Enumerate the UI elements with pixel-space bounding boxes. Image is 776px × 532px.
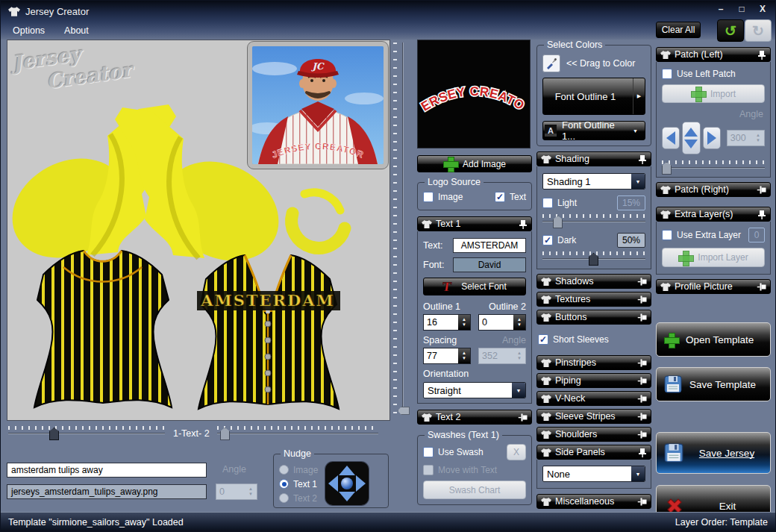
orientation-dropdown[interactable]: Straight ▼: [423, 382, 526, 398]
side-panels-dropdown[interactable]: None ▼: [542, 466, 645, 482]
zoom-slider-thumb[interactable]: [398, 407, 410, 415]
dropdown-arrow-icon: ▼: [631, 174, 645, 189]
nudge-dpad[interactable]: [325, 462, 369, 505]
save-jersey-button[interactable]: Save Jersey: [656, 432, 771, 474]
pin-icon[interactable]: [757, 50, 766, 60]
pin-icon[interactable]: [757, 185, 767, 194]
shirt-icon: [541, 394, 551, 404]
nudge-left-icon[interactable]: [328, 475, 338, 492]
panel-header-piping[interactable]: Piping: [536, 373, 651, 388]
pin-icon[interactable]: [638, 277, 648, 286]
font-icon: T: [442, 281, 456, 292]
text-position-slider[interactable]: [217, 426, 378, 434]
dark-slider[interactable]: [542, 251, 645, 260]
pin-icon[interactable]: [638, 448, 647, 457]
pin-icon[interactable]: [638, 394, 648, 403]
use-extra-layer-checkbox[interactable]: ✓Use Extra Layer: [662, 230, 741, 240]
panel-header-miscellaneous[interactable]: Miscellaneous: [536, 494, 651, 509]
image-position-slider[interactable]: [8, 426, 165, 434]
eyedropper-button[interactable]: [542, 54, 560, 72]
jersey-filename-input[interactable]: jerseys_amsterdam_tulips_away.png: [7, 484, 207, 499]
color-target-dropdown[interactable]: A Font Outline 1... ▼: [542, 121, 645, 140]
pin-icon[interactable]: [638, 358, 648, 367]
pin-icon[interactable]: [638, 295, 648, 304]
outline1-spinner[interactable]: 16 ▲▼: [423, 314, 471, 331]
light-percent: 15%: [617, 195, 645, 210]
patch-updown-buttons[interactable]: [682, 122, 701, 154]
panel-header-sleeve-stripes[interactable]: Sleeve Stripes: [536, 409, 651, 424]
nudge-center-icon[interactable]: [341, 478, 353, 489]
nudge-text2-radio: Text 2: [279, 493, 318, 504]
open-template-button[interactable]: Open Template: [656, 322, 771, 357]
pin-icon[interactable]: [757, 282, 767, 291]
light-checkbox[interactable]: ✓Light: [542, 198, 577, 208]
drag-to-color-hint: << Drag to Color: [566, 58, 635, 69]
pin-icon[interactable]: [519, 219, 528, 229]
patch-size-slider[interactable]: [662, 160, 765, 169]
pin-icon[interactable]: [519, 413, 528, 422]
nudge-down-icon[interactable]: [339, 492, 355, 501]
shading-preset-dropdown[interactable]: Shading 1 ▼: [542, 173, 645, 190]
app-window: Jersey Creator – □ X Options About Clear…: [0, 0, 776, 532]
panel-header-extra-layers[interactable]: Extra Layer(s): [656, 207, 771, 222]
panel-header-profile-picture[interactable]: Profile Picture: [656, 279, 771, 294]
design-canvas[interactable]: AMSTERDAM Jersey Creator: [7, 40, 390, 421]
text1-input[interactable]: AMSTERDAM: [453, 238, 526, 253]
dark-checkbox[interactable]: ✓Dark: [542, 235, 576, 245]
color-a-icon: A: [545, 125, 557, 137]
nudge-text1-radio[interactable]: Text 1: [279, 479, 318, 489]
menu-options[interactable]: Options: [13, 25, 45, 36]
dropdown-arrow-icon: ▼: [512, 383, 525, 398]
shirt-icon: [660, 185, 671, 195]
panel-header-v-neck[interactable]: V-Neck: [536, 391, 651, 406]
nudge-right-icon[interactable]: [356, 475, 366, 492]
use-swash-checkbox[interactable]: ✓Use Swash: [423, 447, 484, 457]
panel-header-side-panels[interactable]: Side Panels: [536, 445, 651, 460]
dropdown-arrow-icon: ▼: [633, 128, 643, 134]
panel-header-pinstripes[interactable]: Pinstripes: [536, 355, 651, 370]
use-left-patch-checkbox[interactable]: ✓Use Left Patch: [662, 69, 765, 79]
logo-source-image-checkbox[interactable]: ✓Image: [423, 192, 463, 202]
save-template-button[interactable]: Save Template: [656, 367, 771, 401]
panel-header-shoulders[interactable]: Shoulders: [536, 427, 651, 442]
pin-icon[interactable]: [638, 313, 648, 322]
panel-header-buttons[interactable]: Buttons: [536, 310, 651, 325]
clear-all-button[interactable]: Clear All: [656, 22, 701, 38]
expand-right-icon[interactable]: ▶: [633, 78, 645, 114]
pin-icon[interactable]: [638, 154, 647, 164]
patch-right-arrow-button[interactable]: [703, 127, 721, 149]
pin-icon[interactable]: [638, 430, 648, 439]
light-slider[interactable]: [542, 214, 645, 222]
add-image-button[interactable]: Add Image: [417, 155, 532, 172]
maximize-button[interactable]: □: [735, 4, 748, 14]
short-sleeves-checkbox[interactable]: ✓Short Sleeves: [538, 334, 651, 345]
panel-header-textures[interactable]: Textures: [536, 292, 651, 307]
status-layer-order: Layer Order: Template: [675, 517, 768, 528]
close-button[interactable]: X: [756, 4, 769, 14]
panel-header-patch-left[interactable]: Patch (Left): [656, 47, 771, 62]
menu-about[interactable]: About: [64, 25, 89, 36]
jersey-name-input[interactable]: amsterdam tulips away: [7, 463, 207, 478]
pin-icon[interactable]: [638, 376, 648, 385]
minimize-button[interactable]: –: [714, 4, 728, 14]
outline2-spinner[interactable]: 0 ▲▼: [478, 314, 526, 331]
logo-source-text-checkbox[interactable]: ✓Text: [495, 192, 526, 202]
undo-button[interactable]: ↺: [717, 19, 744, 42]
spacing-spinner[interactable]: 77 ▲▼: [423, 348, 471, 364]
select-font-button[interactable]: T Select Font: [423, 278, 526, 295]
panel-header-shadows[interactable]: Shadows: [536, 274, 651, 289]
panel-header-shading[interactable]: Shading: [536, 151, 651, 166]
pin-icon[interactable]: [638, 497, 648, 506]
canvas-zoom-slider[interactable]: [392, 40, 408, 422]
color-target-button[interactable]: Font Outline 1 ▶: [542, 78, 645, 115]
pin-icon[interactable]: [638, 412, 648, 421]
panel-header-text1[interactable]: Text 1: [417, 216, 532, 231]
pin-icon[interactable]: [757, 210, 766, 219]
panel-header-patch-right[interactable]: Patch (Right): [656, 182, 771, 197]
status-bar: Template "sirmione_sailors_away" Loaded …: [1, 512, 775, 531]
patch-left-arrow-button[interactable]: [662, 127, 680, 149]
shirt-icon: [422, 219, 432, 229]
nudge-up-icon[interactable]: [339, 466, 355, 475]
logo-preview: JERSEY CREATOR: [417, 40, 531, 148]
panel-header-text2[interactable]: Text 2: [417, 410, 532, 425]
